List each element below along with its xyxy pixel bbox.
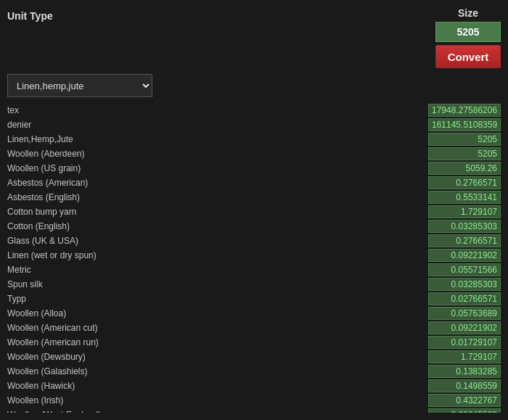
table-row: Cotton (English)0.03285303 xyxy=(7,219,501,234)
table-row: Woollen (Dewsbury)1.729107 xyxy=(7,350,501,364)
result-label: Woollen (American cut) xyxy=(7,323,428,333)
result-value: 0.09221902 xyxy=(428,321,501,334)
result-value: 0.03285303 xyxy=(428,220,501,233)
result-label: Spun silk xyxy=(7,279,428,289)
result-label: Asbestos (American) xyxy=(7,178,428,188)
table-row: Linen (wet or dry spun)0.09221902 xyxy=(7,248,501,263)
result-label: Woollen (Irish) xyxy=(7,395,428,405)
result-label: Woollen (Aberdeen) xyxy=(7,149,428,159)
size-input[interactable] xyxy=(435,22,501,42)
result-value: 161145.5108359 xyxy=(428,118,501,131)
table-row: Glass (UK & USA)0.2766571 xyxy=(7,234,501,248)
table-row: Typp0.02766571 xyxy=(7,292,501,306)
table-row: Cotton bump yarn1.729107 xyxy=(7,205,501,219)
table-row: Woollen (Hawick)0.1498559 xyxy=(7,379,501,393)
results-area: tex17948.27586206denier161145.5108359Lin… xyxy=(7,103,501,413)
result-label: Typp xyxy=(7,294,428,304)
unit-type-select[interactable]: Linen,hemp,jute xyxy=(7,74,152,97)
table-row: Woollen (West England)0.08645533 xyxy=(7,408,501,413)
result-label: tex xyxy=(7,105,428,115)
table-row: Linen,Hemp,Jute5205 xyxy=(7,132,501,147)
result-label: Cotton (English) xyxy=(7,221,428,231)
result-value: 1.729107 xyxy=(428,350,501,363)
table-row: Woollen (Irish)0.4322767 xyxy=(7,393,501,408)
result-value: 0.02766571 xyxy=(428,292,501,305)
result-label: denier xyxy=(7,120,428,130)
result-label: Woollen (Dewsbury) xyxy=(7,352,428,362)
result-value: 0.2766571 xyxy=(428,234,501,247)
result-label: Woollen (Hawick) xyxy=(7,381,428,391)
table-row: tex17948.27586206 xyxy=(7,103,501,118)
result-value: 0.2766571 xyxy=(428,176,501,189)
result-value: 17948.27586206 xyxy=(428,104,501,117)
table-row: Asbestos (English)0.5533141 xyxy=(7,190,501,205)
result-label: Cotton bump yarn xyxy=(7,207,428,217)
result-label: Linen,Hemp,Jute xyxy=(7,134,428,144)
result-value: 0.09221902 xyxy=(428,249,501,262)
result-label: Metric xyxy=(7,265,428,275)
result-value: 5205 xyxy=(428,133,501,146)
table-row: Woollen (US grain)5059.26 xyxy=(7,161,501,176)
result-value: 1.729107 xyxy=(428,205,501,218)
result-label: Woollen (Alloa) xyxy=(7,308,428,318)
table-row: Woollen (American run)0.01729107 xyxy=(7,335,501,350)
result-value: 0.05763689 xyxy=(428,307,501,320)
result-label: Woollen (West England) xyxy=(7,410,428,413)
result-value: 0.1383285 xyxy=(428,365,501,378)
result-value: 5059.26 xyxy=(428,162,501,175)
result-value: 5205 xyxy=(428,147,501,160)
convert-button[interactable]: Convert xyxy=(435,45,501,68)
table-row: Woollen (Alloa)0.05763689 xyxy=(7,306,501,321)
table-row: Metric0.05571566 xyxy=(7,263,501,277)
unit-type-label: Unit Type xyxy=(7,7,53,22)
result-label: Asbestos (English) xyxy=(7,192,428,202)
table-row: Woollen (Aberdeen)5205 xyxy=(7,147,501,161)
result-value: 0.5533141 xyxy=(428,191,501,204)
result-value: 0.1498559 xyxy=(428,379,501,392)
table-row: Spun silk0.03285303 xyxy=(7,277,501,292)
result-value: 0.08645533 xyxy=(428,408,501,413)
table-row: denier161145.5108359 xyxy=(7,118,501,132)
result-label: Glass (UK & USA) xyxy=(7,236,428,246)
result-value: 0.01729107 xyxy=(428,336,501,349)
table-row: Woollen (Galashiels)0.1383285 xyxy=(7,364,501,379)
table-row: Asbestos (American)0.2766571 xyxy=(7,176,501,190)
result-label: Woollen (US grain) xyxy=(7,163,428,173)
result-label: Woollen (American run) xyxy=(7,337,428,347)
result-value: 0.05571566 xyxy=(428,263,501,276)
result-label: Woollen (Galashiels) xyxy=(7,366,428,376)
result-label: Linen (wet or dry spun) xyxy=(7,250,428,260)
table-row: Woollen (American cut)0.09221902 xyxy=(7,321,501,335)
result-value: 0.4322767 xyxy=(428,394,501,407)
result-value: 0.03285303 xyxy=(428,278,501,291)
size-label: Size xyxy=(458,7,478,19)
